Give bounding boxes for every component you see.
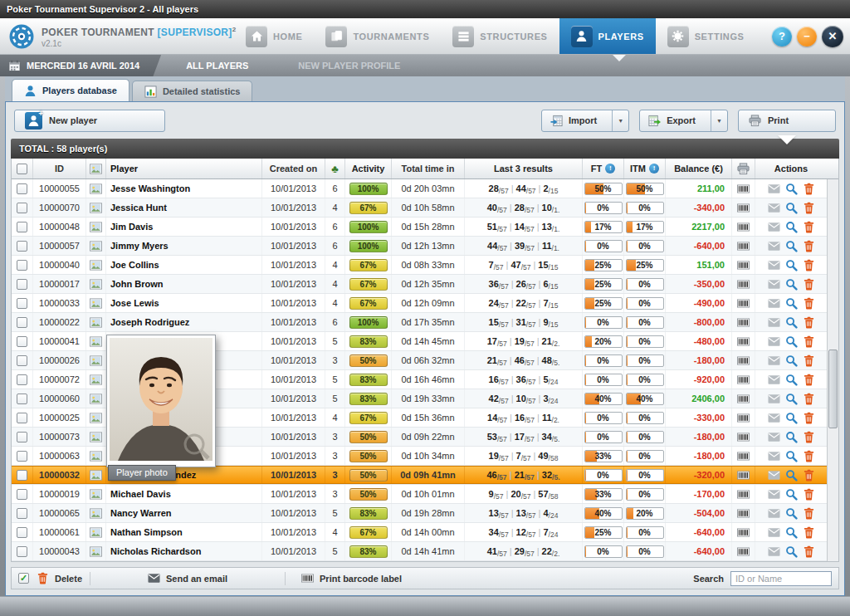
view-action-icon[interactable] bbox=[785, 278, 798, 291]
ft-info-icon[interactable]: ! bbox=[605, 164, 615, 174]
nav-item-home[interactable]: HOME bbox=[234, 18, 314, 54]
row-checkbox[interactable] bbox=[17, 413, 27, 423]
view-action-icon[interactable] bbox=[785, 202, 798, 214]
view-action-icon[interactable] bbox=[785, 374, 798, 386]
view-action-icon[interactable] bbox=[785, 507, 798, 520]
table-row[interactable]: 10000017John Brown10/01/2013467%0d 12h 3… bbox=[12, 275, 838, 294]
nav-item-tournaments[interactable]: TOURNAMENTS bbox=[314, 18, 441, 54]
view-action-icon[interactable] bbox=[785, 526, 798, 539]
row-checkbox[interactable] bbox=[17, 260, 27, 271]
barcode-icon[interactable] bbox=[737, 393, 750, 405]
barcode-icon[interactable] bbox=[737, 259, 750, 271]
email-action-icon[interactable] bbox=[768, 431, 780, 443]
vertical-scrollbar[interactable] bbox=[827, 179, 838, 561]
view-action-icon[interactable] bbox=[785, 183, 798, 195]
row-checkbox[interactable] bbox=[17, 203, 27, 213]
email-action-icon[interactable] bbox=[768, 335, 780, 348]
barcode-icon[interactable] bbox=[737, 183, 750, 195]
table-row[interactable]: 10000057Jimmy Myers10/01/20136100%0d 12h… bbox=[12, 237, 838, 256]
barcode-icon[interactable] bbox=[737, 240, 750, 252]
view-action-icon[interactable] bbox=[785, 354, 798, 367]
col-ft[interactable]: FT ! bbox=[583, 159, 624, 178]
delete-action-icon[interactable] bbox=[803, 278, 815, 291]
email-action-icon[interactable] bbox=[768, 240, 780, 252]
delete-action-icon[interactable] bbox=[803, 450, 815, 462]
delete-action-icon[interactable] bbox=[803, 183, 815, 195]
barcode-icon[interactable] bbox=[737, 412, 750, 424]
table-row[interactable]: 10000022Joseph Rodriguez10/01/20136100%0… bbox=[12, 313, 838, 332]
delete-action-icon[interactable] bbox=[803, 431, 815, 443]
email-action-icon[interactable] bbox=[768, 450, 780, 462]
row-checkbox[interactable] bbox=[17, 336, 27, 347]
email-action-icon[interactable] bbox=[768, 488, 780, 501]
row-checkbox[interactable] bbox=[17, 527, 27, 538]
barcode-icon[interactable] bbox=[737, 431, 750, 443]
help-button[interactable]: ? bbox=[772, 27, 792, 46]
email-action-icon[interactable] bbox=[768, 507, 780, 520]
nav-item-structures[interactable]: STRUCTURES bbox=[441, 18, 559, 54]
email-action-icon[interactable] bbox=[768, 278, 780, 291]
barcode-icon[interactable] bbox=[737, 278, 750, 291]
delete-action-icon[interactable] bbox=[803, 469, 815, 482]
barcode-icon[interactable] bbox=[737, 374, 750, 386]
delete-action-icon[interactable] bbox=[803, 202, 815, 214]
barcode-icon[interactable] bbox=[737, 450, 750, 462]
view-action-icon[interactable] bbox=[785, 335, 798, 348]
table-row[interactable]: 10000055Jesse Washington10/01/20136100%0… bbox=[12, 179, 838, 198]
delete-action-icon[interactable] bbox=[803, 335, 815, 348]
view-action-icon[interactable] bbox=[785, 259, 798, 271]
row-checkbox[interactable] bbox=[17, 183, 27, 194]
import-caret-icon[interactable]: ▼ bbox=[612, 110, 628, 131]
col-total-time[interactable]: Total time in bbox=[392, 159, 465, 178]
email-action-icon[interactable] bbox=[768, 297, 780, 310]
delete-action-icon[interactable] bbox=[803, 488, 815, 501]
view-action-icon[interactable] bbox=[785, 393, 798, 405]
tab-detailed-statistics[interactable]: Detailed statistics bbox=[132, 81, 253, 101]
itm-info-icon[interactable]: ! bbox=[649, 164, 659, 174]
import-button[interactable]: Import ▼ bbox=[541, 110, 629, 132]
delete-action-icon[interactable] bbox=[803, 526, 815, 539]
view-action-icon[interactable] bbox=[785, 545, 798, 558]
col-created-on[interactable]: Created on bbox=[262, 159, 325, 178]
email-action-icon[interactable] bbox=[768, 316, 780, 329]
col-id[interactable]: ID bbox=[33, 159, 86, 178]
email-action-icon[interactable] bbox=[768, 469, 780, 482]
delete-action-icon[interactable] bbox=[803, 507, 815, 520]
email-action-icon[interactable] bbox=[768, 393, 780, 405]
delete-action-icon[interactable] bbox=[803, 545, 815, 558]
row-checkbox[interactable] bbox=[17, 470, 27, 481]
barcode-icon[interactable] bbox=[737, 469, 750, 482]
view-action-icon[interactable] bbox=[785, 412, 798, 424]
print-button[interactable]: Print bbox=[738, 110, 836, 132]
table-row[interactable]: 10000019Michael Davis10/01/2013350%0d 10… bbox=[12, 485, 838, 504]
view-action-icon[interactable] bbox=[785, 240, 798, 252]
barcode-icon[interactable] bbox=[737, 507, 750, 520]
print-barcode-action[interactable]: Print barcode label bbox=[293, 572, 402, 584]
barcode-icon[interactable] bbox=[737, 297, 750, 310]
view-action-icon[interactable] bbox=[785, 450, 798, 462]
barcode-icon[interactable] bbox=[737, 354, 750, 367]
send-email-action[interactable]: Send an email bbox=[98, 572, 227, 584]
col-itm[interactable]: ITM ! bbox=[624, 159, 666, 178]
email-action-icon[interactable] bbox=[768, 202, 780, 214]
col-activity[interactable]: Activity bbox=[345, 159, 392, 178]
barcode-icon[interactable] bbox=[737, 545, 750, 558]
select-all-checkbox[interactable] bbox=[17, 164, 27, 174]
scrollbar-thumb[interactable] bbox=[828, 350, 838, 428]
email-action-icon[interactable] bbox=[768, 545, 780, 558]
row-checkbox[interactable] bbox=[17, 355, 27, 366]
minimize-button[interactable]: − bbox=[797, 27, 817, 46]
nav-item-players[interactable]: PLAYERS bbox=[559, 18, 656, 54]
subnav-new-player-profile[interactable]: NEW PLAYER PROFILE bbox=[273, 61, 425, 71]
close-button[interactable]: ✕ bbox=[822, 26, 843, 47]
row-checkbox[interactable] bbox=[17, 317, 27, 328]
barcode-icon[interactable] bbox=[737, 316, 750, 329]
email-action-icon[interactable] bbox=[768, 526, 780, 539]
email-action-icon[interactable] bbox=[768, 374, 780, 386]
col-balance[interactable]: Balance (€) bbox=[666, 159, 732, 178]
table-row[interactable]: 10000061Nathan Simpson10/01/2013467%0d 1… bbox=[12, 523, 838, 542]
footer-select-checkbox[interactable] bbox=[18, 573, 29, 584]
email-action-icon[interactable] bbox=[768, 221, 780, 233]
delete-action[interactable]: Delete bbox=[37, 572, 82, 584]
view-action-icon[interactable] bbox=[785, 469, 798, 482]
